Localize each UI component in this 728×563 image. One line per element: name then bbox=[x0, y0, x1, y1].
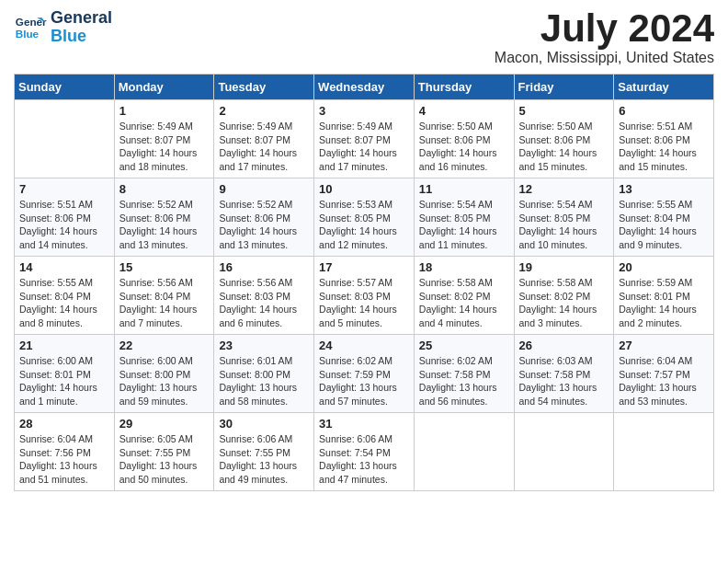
day-number: 16 bbox=[219, 260, 309, 274]
calendar-cell bbox=[414, 413, 514, 491]
calendar-cell: 28Sunrise: 6:04 AM Sunset: 7:56 PM Dayli… bbox=[15, 413, 115, 491]
calendar-cell bbox=[514, 413, 614, 491]
day-info: Sunrise: 5:51 AM Sunset: 8:06 PM Dayligh… bbox=[19, 198, 109, 252]
day-info: Sunrise: 6:05 AM Sunset: 7:55 PM Dayligh… bbox=[119, 432, 210, 487]
day-number: 17 bbox=[319, 260, 409, 274]
calendar-cell: 8Sunrise: 5:52 AM Sunset: 8:06 PM Daylig… bbox=[114, 178, 214, 257]
day-number: 19 bbox=[519, 260, 609, 274]
day-info: Sunrise: 5:55 AM Sunset: 8:04 PM Dayligh… bbox=[619, 198, 709, 252]
calendar-body: 1Sunrise: 5:49 AM Sunset: 8:07 PM Daylig… bbox=[15, 100, 714, 491]
day-info: Sunrise: 5:58 AM Sunset: 8:02 PM Dayligh… bbox=[519, 276, 609, 330]
day-number: 8 bbox=[119, 182, 210, 196]
day-info: Sunrise: 5:49 AM Sunset: 8:07 PM Dayligh… bbox=[219, 120, 309, 174]
calendar-cell: 23Sunrise: 6:01 AM Sunset: 8:00 PM Dayli… bbox=[214, 335, 314, 413]
day-number: 10 bbox=[319, 182, 409, 196]
day-number: 30 bbox=[219, 417, 309, 431]
day-info: Sunrise: 6:06 AM Sunset: 7:55 PM Dayligh… bbox=[219, 432, 309, 487]
calendar-cell: 22Sunrise: 6:00 AM Sunset: 8:00 PM Dayli… bbox=[114, 335, 214, 413]
calendar-cell: 17Sunrise: 5:57 AM Sunset: 8:03 PM Dayli… bbox=[314, 257, 415, 335]
day-info: Sunrise: 5:57 AM Sunset: 8:03 PM Dayligh… bbox=[319, 276, 409, 330]
month-title: July 2024 bbox=[495, 9, 714, 48]
day-info: Sunrise: 5:54 AM Sunset: 8:05 PM Dayligh… bbox=[419, 198, 509, 252]
day-info: Sunrise: 5:56 AM Sunset: 8:04 PM Dayligh… bbox=[119, 276, 210, 330]
calendar-table: SundayMondayTuesdayWednesdayThursdayFrid… bbox=[14, 74, 714, 491]
logo-icon: General Blue bbox=[14, 11, 47, 44]
page-header: General Blue GeneralBlue July 2024 Macon… bbox=[14, 9, 714, 66]
calendar-cell: 9Sunrise: 5:52 AM Sunset: 8:06 PM Daylig… bbox=[214, 178, 314, 257]
day-number: 13 bbox=[619, 182, 709, 196]
day-info: Sunrise: 6:00 AM Sunset: 8:00 PM Dayligh… bbox=[119, 354, 210, 408]
day-number: 27 bbox=[619, 339, 709, 352]
weekday-header-wednesday: Wednesday bbox=[314, 75, 415, 100]
day-number: 7 bbox=[19, 182, 109, 196]
day-info: Sunrise: 6:02 AM Sunset: 7:58 PM Dayligh… bbox=[419, 354, 509, 408]
day-info: Sunrise: 6:04 AM Sunset: 7:57 PM Dayligh… bbox=[619, 354, 709, 408]
weekday-header-sunday: Sunday bbox=[15, 75, 115, 100]
day-info: Sunrise: 5:58 AM Sunset: 8:02 PM Dayligh… bbox=[419, 276, 509, 330]
day-number: 23 bbox=[219, 339, 309, 352]
calendar-week-row: 1Sunrise: 5:49 AM Sunset: 8:07 PM Daylig… bbox=[15, 100, 714, 178]
calendar-cell: 7Sunrise: 5:51 AM Sunset: 8:06 PM Daylig… bbox=[15, 178, 115, 257]
day-number: 26 bbox=[519, 339, 609, 352]
calendar-cell: 30Sunrise: 6:06 AM Sunset: 7:55 PM Dayli… bbox=[214, 413, 314, 491]
calendar-cell: 12Sunrise: 5:54 AM Sunset: 8:05 PM Dayli… bbox=[514, 178, 614, 257]
logo: General Blue GeneralBlue bbox=[14, 9, 112, 46]
calendar-cell bbox=[15, 100, 115, 178]
day-number: 24 bbox=[319, 339, 409, 352]
day-info: Sunrise: 5:52 AM Sunset: 8:06 PM Dayligh… bbox=[119, 198, 210, 252]
day-number: 18 bbox=[419, 260, 509, 274]
day-info: Sunrise: 5:50 AM Sunset: 8:06 PM Dayligh… bbox=[519, 120, 609, 174]
day-number: 21 bbox=[19, 339, 109, 352]
day-info: Sunrise: 6:04 AM Sunset: 7:56 PM Dayligh… bbox=[19, 432, 109, 487]
calendar-cell: 6Sunrise: 5:51 AM Sunset: 8:06 PM Daylig… bbox=[614, 100, 714, 178]
calendar-cell: 11Sunrise: 5:54 AM Sunset: 8:05 PM Dayli… bbox=[414, 178, 514, 257]
day-number: 28 bbox=[19, 417, 109, 431]
day-info: Sunrise: 6:00 AM Sunset: 8:01 PM Dayligh… bbox=[19, 354, 109, 408]
day-number: 2 bbox=[219, 104, 309, 118]
weekday-header-monday: Monday bbox=[114, 75, 214, 100]
day-number: 3 bbox=[319, 104, 409, 118]
day-info: Sunrise: 5:54 AM Sunset: 8:05 PM Dayligh… bbox=[519, 198, 609, 252]
calendar-cell: 26Sunrise: 6:03 AM Sunset: 7:58 PM Dayli… bbox=[514, 335, 614, 413]
day-info: Sunrise: 5:56 AM Sunset: 8:03 PM Dayligh… bbox=[219, 276, 309, 330]
weekday-header-row: SundayMondayTuesdayWednesdayThursdayFrid… bbox=[15, 75, 714, 100]
calendar-cell: 10Sunrise: 5:53 AM Sunset: 8:05 PM Dayli… bbox=[314, 178, 415, 257]
calendar-cell bbox=[614, 413, 714, 491]
calendar-cell: 14Sunrise: 5:55 AM Sunset: 8:04 PM Dayli… bbox=[15, 257, 115, 335]
weekday-header-saturday: Saturday bbox=[614, 75, 714, 100]
calendar-cell: 13Sunrise: 5:55 AM Sunset: 8:04 PM Dayli… bbox=[614, 178, 714, 257]
location-title: Macon, Mississippi, United States bbox=[495, 50, 714, 66]
logo-text: GeneralBlue bbox=[51, 9, 112, 46]
day-number: 29 bbox=[119, 417, 210, 431]
calendar-cell: 4Sunrise: 5:50 AM Sunset: 8:06 PM Daylig… bbox=[414, 100, 514, 178]
calendar-cell: 29Sunrise: 6:05 AM Sunset: 7:55 PM Dayli… bbox=[114, 413, 214, 491]
calendar-cell: 16Sunrise: 5:56 AM Sunset: 8:03 PM Dayli… bbox=[214, 257, 314, 335]
calendar-week-row: 21Sunrise: 6:00 AM Sunset: 8:01 PM Dayli… bbox=[15, 335, 714, 413]
calendar-cell: 19Sunrise: 5:58 AM Sunset: 8:02 PM Dayli… bbox=[514, 257, 614, 335]
day-number: 22 bbox=[119, 339, 210, 352]
calendar-cell: 2Sunrise: 5:49 AM Sunset: 8:07 PM Daylig… bbox=[214, 100, 314, 178]
calendar-cell: 1Sunrise: 5:49 AM Sunset: 8:07 PM Daylig… bbox=[114, 100, 214, 178]
day-number: 5 bbox=[519, 104, 609, 118]
weekday-header-thursday: Thursday bbox=[414, 75, 514, 100]
calendar-cell: 5Sunrise: 5:50 AM Sunset: 8:06 PM Daylig… bbox=[514, 100, 614, 178]
calendar-cell: 3Sunrise: 5:49 AM Sunset: 8:07 PM Daylig… bbox=[314, 100, 415, 178]
day-number: 6 bbox=[619, 104, 709, 118]
day-info: Sunrise: 6:06 AM Sunset: 7:54 PM Dayligh… bbox=[319, 432, 409, 487]
svg-text:General: General bbox=[16, 16, 47, 28]
day-number: 9 bbox=[219, 182, 309, 196]
calendar-cell: 24Sunrise: 6:02 AM Sunset: 7:59 PM Dayli… bbox=[314, 335, 415, 413]
day-number: 12 bbox=[519, 182, 609, 196]
day-number: 20 bbox=[619, 260, 709, 274]
day-info: Sunrise: 6:02 AM Sunset: 7:59 PM Dayligh… bbox=[319, 354, 409, 408]
calendar-week-row: 28Sunrise: 6:04 AM Sunset: 7:56 PM Dayli… bbox=[15, 413, 714, 491]
day-info: Sunrise: 6:01 AM Sunset: 8:00 PM Dayligh… bbox=[219, 354, 309, 408]
svg-text:Blue: Blue bbox=[16, 28, 40, 40]
weekday-header-friday: Friday bbox=[514, 75, 614, 100]
calendar-cell: 20Sunrise: 5:59 AM Sunset: 8:01 PM Dayli… bbox=[614, 257, 714, 335]
day-info: Sunrise: 5:49 AM Sunset: 8:07 PM Dayligh… bbox=[119, 120, 210, 174]
calendar-cell: 18Sunrise: 5:58 AM Sunset: 8:02 PM Dayli… bbox=[414, 257, 514, 335]
day-number: 11 bbox=[419, 182, 509, 196]
calendar-week-row: 14Sunrise: 5:55 AM Sunset: 8:04 PM Dayli… bbox=[15, 257, 714, 335]
day-info: Sunrise: 5:53 AM Sunset: 8:05 PM Dayligh… bbox=[319, 198, 409, 252]
